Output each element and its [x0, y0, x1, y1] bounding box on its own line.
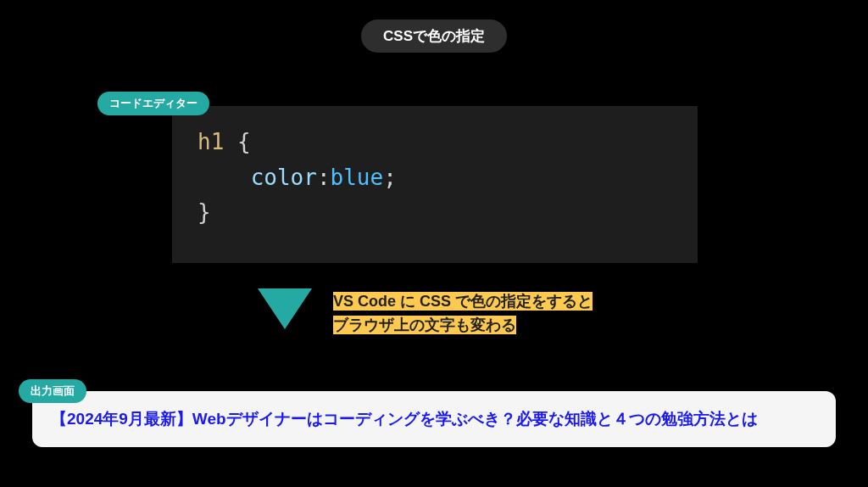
css-colon: : — [317, 165, 331, 190]
css-property: color — [251, 165, 317, 190]
output-box: 【2024年9月最新】Webデザイナーはコーディングを学ぶべき？必要な知識と４つ… — [32, 391, 836, 447]
css-semicolon: ; — [383, 165, 397, 190]
code-editor-box: h1 { color:blue; } — [172, 106, 698, 263]
caption-line-2: ブラウザ上の文字も変わる — [333, 316, 516, 334]
output-label: 出力画面 — [19, 379, 86, 403]
arrow-down-icon — [258, 288, 312, 329]
explanatory-caption: VS Code に CSS で色の指定をすると ブラウザ上の文字も変わる — [333, 290, 593, 338]
page-title-pill: CSSで色の指定 — [361, 20, 507, 53]
code-editor-label: コードエディター — [97, 92, 209, 115]
caption-line-1: VS Code に CSS で色の指定をすると — [333, 292, 593, 311]
css-selector: h1 — [198, 129, 224, 154]
css-brace-close: } — [198, 199, 211, 225]
code-line-3: } — [198, 195, 672, 231]
code-line-1: h1 { — [198, 125, 672, 160]
code-line-2: color:blue; — [198, 160, 672, 196]
output-heading-text: 【2024年9月最新】Webデザイナーはコーディングを学ぶべき？必要な知識と４つ… — [51, 410, 758, 428]
css-brace-open: { — [237, 129, 251, 154]
css-value: blue — [331, 165, 384, 190]
